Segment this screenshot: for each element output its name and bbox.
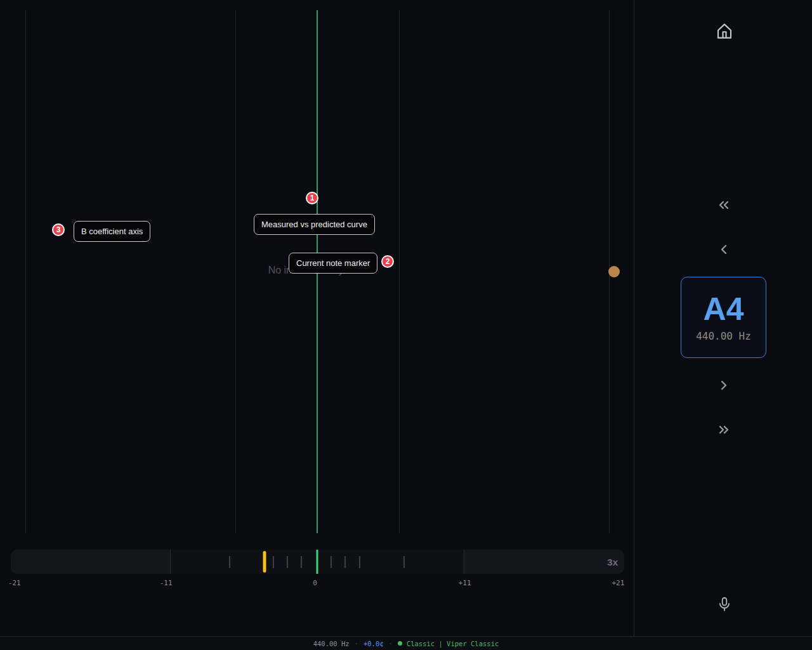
microphone-button[interactable]	[716, 595, 733, 613]
annotation-badge-1: 1	[306, 192, 318, 204]
annotation-tooltip-note-marker: Current note marker	[289, 253, 377, 274]
meter-outer-segment	[464, 550, 624, 574]
chevron-left-icon	[716, 242, 731, 257]
meter-axis-labels: -21-110+11+21	[11, 579, 624, 588]
meter-axis-label: 0	[313, 579, 317, 587]
home-button[interactable]	[714, 21, 735, 41]
chevrons-left-icon	[716, 197, 731, 213]
status-bar: 440.00 Hz · +0.0¢ · Classic | Viper Clas…	[0, 636, 812, 650]
status-separator: ·	[355, 640, 358, 647]
annotation-badge-3: 3	[52, 223, 65, 236]
next-note-button[interactable]	[716, 378, 731, 393]
main-panel: No inharmonicity data Measured vs predic…	[0, 0, 634, 636]
home-icon	[715, 22, 734, 41]
annotation-tooltip-measured-curve: Measured vs predicted curve	[254, 214, 375, 235]
status-frequency: 440.00 Hz	[313, 640, 350, 647]
cents-meter-bar: 3x	[11, 550, 624, 574]
note-display[interactable]: A4 440.00 Hz	[681, 277, 766, 358]
meter-divider	[170, 550, 171, 574]
meter-tick	[301, 556, 302, 568]
meter-tick	[273, 556, 274, 568]
meter-tick	[344, 556, 346, 568]
meter-center-marker	[317, 550, 318, 574]
skip-forward-button[interactable]	[716, 422, 731, 437]
sidebar: A4 440.00 Hz	[635, 0, 812, 636]
meter-zoom-label: 3x	[607, 557, 618, 567]
chevrons-right-icon	[716, 422, 731, 437]
annotation-tooltip-b-axis: B coefficient axis	[74, 221, 150, 242]
microphone-icon	[716, 596, 733, 613]
chevron-right-icon	[716, 378, 731, 393]
meter-axis-label: +11	[459, 579, 471, 587]
status-separator: ·	[389, 640, 393, 647]
meter-tick	[359, 556, 360, 568]
meter-axis-label: -21	[8, 579, 21, 587]
meter-tick	[287, 556, 288, 568]
status-cents: +0.0¢	[363, 640, 384, 647]
previous-note-button[interactable]	[716, 242, 731, 257]
meter-divider	[464, 550, 464, 574]
meter-axis-label: +21	[612, 579, 624, 587]
status-preset-label: Classic | Viper Classic	[407, 640, 499, 647]
meter-tick	[229, 556, 230, 568]
meter-outer-segment	[11, 550, 170, 574]
controls-row: -3.6 ?	[0, 594, 634, 627]
annotation-badge-2: 2	[381, 255, 394, 268]
meter-axis-label: -11	[160, 579, 173, 587]
meter-current-marker	[263, 551, 266, 573]
skip-back-button[interactable]	[716, 197, 731, 213]
meter-tick	[331, 556, 332, 568]
note-frequency: 440.00 Hz	[696, 330, 751, 342]
meter-tick	[403, 556, 405, 568]
status-dot-icon	[398, 641, 402, 646]
note-name: A4	[704, 293, 744, 325]
status-preset: Classic | Viper Classic	[398, 640, 499, 647]
